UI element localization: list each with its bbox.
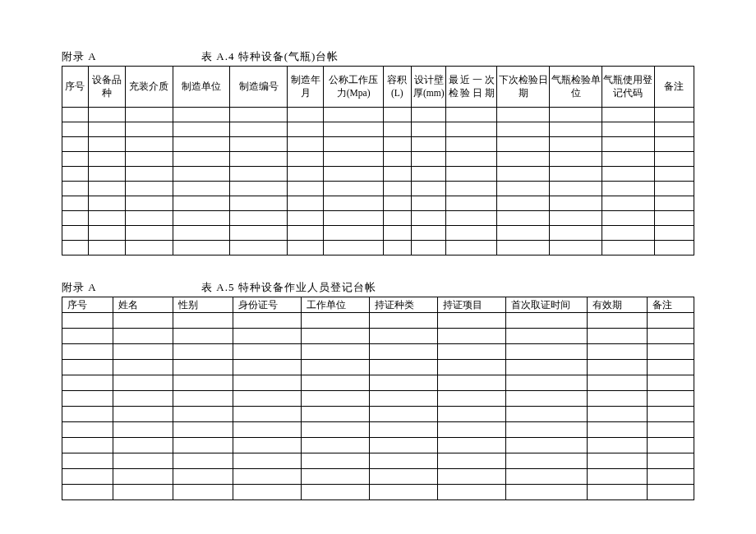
table-cell xyxy=(654,167,694,182)
table-cell xyxy=(125,152,173,167)
table-cell xyxy=(173,122,230,137)
table-cell xyxy=(383,152,411,167)
table-cell xyxy=(446,241,497,255)
table-a5-header-cell: 备注 xyxy=(647,297,694,313)
table-row xyxy=(62,108,694,122)
table-cell xyxy=(233,407,301,422)
table-cell xyxy=(230,152,287,167)
table-cell xyxy=(173,391,233,407)
table-cell xyxy=(602,137,655,152)
table-cell xyxy=(173,137,230,152)
table-row xyxy=(62,375,694,391)
table-cell xyxy=(113,329,173,344)
table-cell xyxy=(125,196,173,211)
table-cell xyxy=(588,469,648,485)
table-row xyxy=(62,182,694,196)
table-cell xyxy=(287,226,324,241)
table-cell xyxy=(324,196,383,211)
table-cell xyxy=(62,453,113,469)
table-cell xyxy=(287,241,324,255)
table-cell xyxy=(647,469,694,485)
table-cell xyxy=(301,407,369,422)
table-cell xyxy=(550,108,602,122)
table-cell xyxy=(125,108,173,122)
table-cell xyxy=(647,391,694,407)
table-cell xyxy=(113,438,173,453)
table-cell xyxy=(438,469,506,485)
table-cell xyxy=(62,469,113,485)
table-a4-header-cell: 公称工作压力(Mpa) xyxy=(324,67,383,108)
table-cell xyxy=(301,391,369,407)
table-row xyxy=(62,407,694,422)
table-cell xyxy=(62,137,89,152)
section-a4: 附录 A 表 A.4 特种设备(气瓶)台帐 序号设备品种充装介质制造单位制造编号… xyxy=(62,49,694,255)
table-row xyxy=(62,167,694,182)
table-cell xyxy=(438,313,506,329)
table-cell xyxy=(301,422,369,438)
table-cell xyxy=(324,137,383,152)
table-cell xyxy=(301,469,369,485)
table-cell xyxy=(173,407,233,422)
table-cell xyxy=(287,167,324,182)
table-cell xyxy=(88,167,125,182)
table-cell xyxy=(588,329,648,344)
appendix-label-2: 附录 A xyxy=(62,280,201,295)
table-cell xyxy=(88,108,125,122)
table-cell xyxy=(647,407,694,422)
table-cell xyxy=(301,438,369,453)
table-cell xyxy=(550,182,602,196)
table-cell xyxy=(62,313,113,329)
table-cell xyxy=(287,137,324,152)
table-cell xyxy=(497,108,550,122)
table-a4-header-row: 序号设备品种充装介质制造单位制造编号制造年月公称工作压力(Mpa)容积(L)设计… xyxy=(62,67,694,108)
table-cell xyxy=(654,211,694,226)
table-a4-header-cell: 下次检验日 期 xyxy=(497,67,550,108)
table-a5-header-cell: 身份证号 xyxy=(233,297,301,313)
table-cell xyxy=(324,211,383,226)
table-cell xyxy=(654,122,694,137)
table-cell xyxy=(647,360,694,375)
table-cell xyxy=(647,375,694,391)
table-cell xyxy=(438,329,506,344)
table-cell xyxy=(438,391,506,407)
table-a4-header-cell: 充装介质 xyxy=(125,67,173,108)
table-cell xyxy=(602,108,655,122)
table-cell xyxy=(602,226,655,241)
table-cell xyxy=(647,438,694,453)
table-cell xyxy=(113,360,173,375)
table-a5-header-cell: 工作单位 xyxy=(301,297,369,313)
table-a4-header-cell: 制造单位 xyxy=(173,67,230,108)
table-cell xyxy=(411,241,446,255)
table-cell xyxy=(506,329,588,344)
table-cell xyxy=(438,422,506,438)
table-cell xyxy=(233,438,301,453)
table-cell xyxy=(370,313,438,329)
table-cell xyxy=(62,422,113,438)
table-cell xyxy=(370,360,438,375)
table-cell xyxy=(324,167,383,182)
table-cell xyxy=(370,375,438,391)
table-cell xyxy=(411,196,446,211)
table-cell xyxy=(602,152,655,167)
table-cell xyxy=(497,122,550,137)
table-cell xyxy=(113,422,173,438)
table-cell xyxy=(550,122,602,137)
table-cell xyxy=(550,241,602,255)
table-cell xyxy=(647,329,694,344)
table-cell xyxy=(446,137,497,152)
table-cell xyxy=(446,152,497,167)
table-cell xyxy=(438,438,506,453)
table-cell xyxy=(588,344,648,360)
table-cell xyxy=(588,313,648,329)
table-cell xyxy=(324,152,383,167)
table-cell xyxy=(446,226,497,241)
table-cell xyxy=(647,422,694,438)
table-cell xyxy=(506,422,588,438)
table-cell xyxy=(602,196,655,211)
table-cell xyxy=(230,211,287,226)
table-cell xyxy=(324,122,383,137)
title-row-1: 附录 A 表 A.4 特种设备(气瓶)台帐 xyxy=(62,49,694,64)
table-a4-header-cell: 制造编号 xyxy=(230,67,287,108)
table-cell xyxy=(62,360,113,375)
table-cell xyxy=(287,122,324,137)
